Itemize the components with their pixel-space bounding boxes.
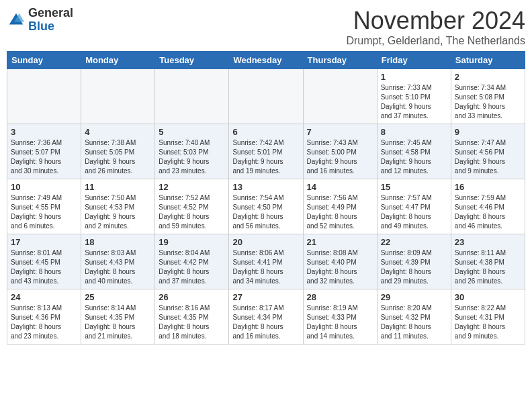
- day-info: Sunrise: 7:43 AM Sunset: 5:00 PM Dayligh…: [307, 138, 373, 176]
- day-info: Sunrise: 7:40 AM Sunset: 5:03 PM Dayligh…: [159, 138, 225, 176]
- logo-general: General: [28, 6, 73, 19]
- calendar-cell: 27Sunrise: 8:17 AM Sunset: 4:34 PM Dayli…: [229, 289, 303, 345]
- day-info: Sunrise: 7:38 AM Sunset: 5:05 PM Dayligh…: [85, 138, 151, 176]
- day-number: 24: [11, 292, 77, 302]
- day-info: Sunrise: 7:54 AM Sunset: 4:50 PM Dayligh…: [232, 193, 299, 231]
- calendar-cell: 9Sunrise: 7:47 AM Sunset: 4:56 PM Daylig…: [451, 124, 525, 179]
- day-number: 15: [381, 182, 447, 192]
- day-info: Sunrise: 7:36 AM Sunset: 5:07 PM Dayligh…: [11, 138, 77, 176]
- day-number: 6: [232, 127, 299, 137]
- logo-icon: [7, 11, 26, 30]
- day-number: 16: [455, 182, 521, 192]
- calendar-cell: 28Sunrise: 8:19 AM Sunset: 4:33 PM Dayli…: [303, 289, 377, 345]
- day-number: 18: [85, 237, 151, 247]
- day-number: 22: [381, 237, 447, 247]
- calendar-cell: 20Sunrise: 8:06 AM Sunset: 4:41 PM Dayli…: [229, 234, 303, 289]
- calendar-cell: 26Sunrise: 8:16 AM Sunset: 4:35 PM Dayli…: [155, 289, 229, 345]
- day-number: 11: [85, 182, 151, 192]
- calendar-cell: 1Sunrise: 7:33 AM Sunset: 5:10 PM Daylig…: [377, 69, 451, 124]
- location-subtitle: Drumpt, Gelderland, The Netherlands: [346, 35, 525, 47]
- calendar-cell: 14Sunrise: 7:56 AM Sunset: 4:49 PM Dayli…: [303, 179, 377, 234]
- calendar-cell: 22Sunrise: 8:09 AM Sunset: 4:39 PM Dayli…: [377, 234, 451, 289]
- calendar-cell: 30Sunrise: 8:22 AM Sunset: 4:31 PM Dayli…: [451, 289, 525, 345]
- day-info: Sunrise: 7:34 AM Sunset: 5:08 PM Dayligh…: [455, 83, 521, 121]
- day-number: 21: [307, 237, 373, 247]
- calendar-cell: 6Sunrise: 7:42 AM Sunset: 5:01 PM Daylig…: [229, 124, 303, 179]
- day-info: Sunrise: 8:19 AM Sunset: 4:33 PM Dayligh…: [307, 304, 373, 341]
- day-info: Sunrise: 8:03 AM Sunset: 4:43 PM Dayligh…: [85, 248, 151, 286]
- calendar-cell: 29Sunrise: 8:20 AM Sunset: 4:32 PM Dayli…: [377, 289, 451, 345]
- day-number: 12: [159, 182, 225, 192]
- calendar-cell: 2Sunrise: 7:34 AM Sunset: 5:08 PM Daylig…: [451, 69, 525, 124]
- day-number: 25: [85, 292, 151, 302]
- calendar-cell: 13Sunrise: 7:54 AM Sunset: 4:50 PM Dayli…: [229, 179, 303, 234]
- header-row: SundayMondayTuesdayWednesdayThursdayFrid…: [7, 52, 525, 69]
- day-info: Sunrise: 8:17 AM Sunset: 4:34 PM Dayligh…: [232, 304, 299, 341]
- day-number: 13: [232, 182, 299, 192]
- calendar-cell: 7Sunrise: 7:43 AM Sunset: 5:00 PM Daylig…: [303, 124, 377, 179]
- day-info: Sunrise: 8:04 AM Sunset: 4:42 PM Dayligh…: [159, 248, 225, 286]
- weekday-header-monday: Monday: [81, 52, 155, 69]
- calendar-cell: 8Sunrise: 7:45 AM Sunset: 4:58 PM Daylig…: [377, 124, 451, 179]
- logo: General Blue: [7, 7, 73, 34]
- weekday-header-sunday: Sunday: [7, 52, 81, 69]
- calendar-cell: 15Sunrise: 7:57 AM Sunset: 4:47 PM Dayli…: [377, 179, 451, 234]
- day-number: 4: [85, 127, 151, 137]
- day-info: Sunrise: 7:49 AM Sunset: 4:55 PM Dayligh…: [11, 193, 77, 231]
- calendar-cell: 24Sunrise: 8:13 AM Sunset: 4:36 PM Dayli…: [7, 289, 81, 345]
- day-number: 20: [232, 237, 299, 247]
- calendar-cell: 12Sunrise: 7:52 AM Sunset: 4:52 PM Dayli…: [155, 179, 229, 234]
- day-number: 5: [159, 127, 225, 137]
- calendar-cell: [81, 69, 155, 124]
- day-info: Sunrise: 8:08 AM Sunset: 4:40 PM Dayligh…: [307, 248, 373, 286]
- day-info: Sunrise: 8:13 AM Sunset: 4:36 PM Dayligh…: [11, 304, 77, 341]
- calendar-cell: 4Sunrise: 7:38 AM Sunset: 5:05 PM Daylig…: [81, 124, 155, 179]
- calendar-week-4: 17Sunrise: 8:01 AM Sunset: 4:45 PM Dayli…: [7, 234, 525, 289]
- day-info: Sunrise: 8:11 AM Sunset: 4:38 PM Dayligh…: [455, 248, 521, 286]
- calendar-cell: 5Sunrise: 7:40 AM Sunset: 5:03 PM Daylig…: [155, 124, 229, 179]
- day-number: 3: [11, 127, 77, 137]
- calendar-cell: [303, 69, 377, 124]
- day-info: Sunrise: 7:42 AM Sunset: 5:01 PM Dayligh…: [232, 138, 299, 176]
- day-info: Sunrise: 8:01 AM Sunset: 4:45 PM Dayligh…: [11, 248, 77, 286]
- day-number: 23: [455, 237, 521, 247]
- day-info: Sunrise: 8:20 AM Sunset: 4:32 PM Dayligh…: [381, 304, 447, 341]
- day-number: 9: [455, 127, 521, 137]
- day-info: Sunrise: 8:14 AM Sunset: 4:35 PM Dayligh…: [85, 304, 151, 341]
- day-number: 28: [307, 292, 373, 302]
- calendar-cell: [155, 69, 229, 124]
- day-number: 2: [455, 72, 521, 82]
- weekday-header-friday: Friday: [377, 52, 451, 69]
- weekday-header-wednesday: Wednesday: [229, 52, 303, 69]
- title-area: November 2024 Drumpt, Gelderland, The Ne…: [346, 7, 525, 47]
- calendar-week-5: 24Sunrise: 8:13 AM Sunset: 4:36 PM Dayli…: [7, 289, 525, 345]
- calendar-cell: 17Sunrise: 8:01 AM Sunset: 4:45 PM Dayli…: [7, 234, 81, 289]
- calendar-cell: 21Sunrise: 8:08 AM Sunset: 4:40 PM Dayli…: [303, 234, 377, 289]
- day-number: 10: [11, 182, 77, 192]
- day-info: Sunrise: 7:59 AM Sunset: 4:46 PM Dayligh…: [455, 193, 521, 231]
- day-number: 19: [159, 237, 225, 247]
- weekday-header-saturday: Saturday: [451, 52, 525, 69]
- calendar-table: SundayMondayTuesdayWednesdayThursdayFrid…: [7, 51, 525, 345]
- calendar-cell: 18Sunrise: 8:03 AM Sunset: 4:43 PM Dayli…: [81, 234, 155, 289]
- calendar-cell: 3Sunrise: 7:36 AM Sunset: 5:07 PM Daylig…: [7, 124, 81, 179]
- day-info: Sunrise: 7:47 AM Sunset: 4:56 PM Dayligh…: [455, 138, 521, 176]
- calendar-cell: 25Sunrise: 8:14 AM Sunset: 4:35 PM Dayli…: [81, 289, 155, 345]
- calendar-week-1: 1Sunrise: 7:33 AM Sunset: 5:10 PM Daylig…: [7, 69, 525, 124]
- day-number: 14: [307, 182, 373, 192]
- calendar-cell: [7, 69, 81, 124]
- calendar-cell: 23Sunrise: 8:11 AM Sunset: 4:38 PM Dayli…: [451, 234, 525, 289]
- day-info: Sunrise: 8:16 AM Sunset: 4:35 PM Dayligh…: [159, 304, 225, 341]
- day-info: Sunrise: 8:06 AM Sunset: 4:41 PM Dayligh…: [232, 248, 299, 286]
- month-title: November 2024: [346, 7, 525, 35]
- day-info: Sunrise: 7:52 AM Sunset: 4:52 PM Dayligh…: [159, 193, 225, 231]
- day-number: 8: [381, 127, 447, 137]
- page-header: General Blue November 2024 Drumpt, Gelde…: [7, 7, 525, 47]
- day-info: Sunrise: 8:22 AM Sunset: 4:31 PM Dayligh…: [455, 304, 521, 341]
- calendar-cell: [229, 69, 303, 124]
- calendar-cell: 10Sunrise: 7:49 AM Sunset: 4:55 PM Dayli…: [7, 179, 81, 234]
- day-info: Sunrise: 7:33 AM Sunset: 5:10 PM Dayligh…: [381, 83, 447, 121]
- day-info: Sunrise: 7:57 AM Sunset: 4:47 PM Dayligh…: [381, 193, 447, 231]
- calendar-week-2: 3Sunrise: 7:36 AM Sunset: 5:07 PM Daylig…: [7, 124, 525, 179]
- logo-text: General Blue: [28, 7, 73, 34]
